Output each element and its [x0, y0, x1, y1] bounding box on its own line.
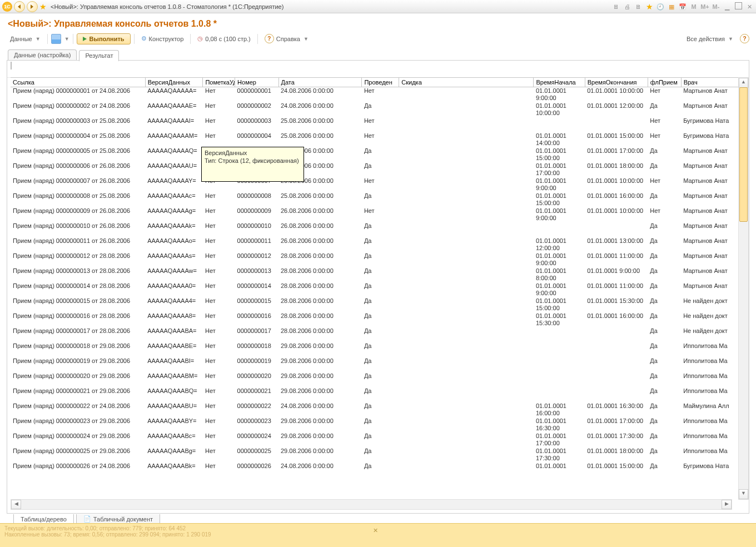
cell[interactable]: 01.01.000117:00:00	[534, 432, 585, 447]
calendar-icon[interactable]: 📅	[678, 2, 687, 11]
cell[interactable]	[585, 222, 648, 237]
cell[interactable]	[534, 372, 585, 387]
cell[interactable]: Да	[362, 417, 399, 432]
table-row[interactable]: Прием (наряд) 0000000025 от 29.08.2006AA…	[11, 447, 745, 463]
cell[interactable]: 24.08.2006 0:00:00	[278, 87, 362, 103]
cell[interactable]	[585, 357, 648, 372]
table-row[interactable]: Прием (наряд) 0000000004 от 25.08.2006AA…	[11, 132, 745, 147]
table-row[interactable]: Прием (наряд) 0000000017 от 28.08.2006AA…	[11, 327, 745, 342]
cell[interactable]: Мартынов Анат	[681, 147, 745, 162]
cell[interactable]: Прием (наряд) 0000000022 от 24.08.2006	[11, 402, 145, 417]
cell[interactable]: 0000000026	[235, 463, 278, 478]
cell[interactable]	[399, 417, 534, 432]
cell[interactable]	[399, 282, 534, 297]
cell[interactable]: Да	[648, 102, 681, 117]
cell[interactable]	[534, 117, 585, 132]
cell[interactable]: Мартынов Анат	[681, 267, 745, 282]
cell[interactable]: Да	[648, 297, 681, 312]
tab-result[interactable]: Результат	[79, 50, 119, 61]
cell[interactable]: 01.01.0001 11:00:00	[585, 252, 648, 267]
cell[interactable]	[585, 387, 648, 402]
cell[interactable]: AAAAAQAAABA=	[145, 327, 203, 342]
cell[interactable]: Ипполитова Ма	[681, 417, 745, 432]
cell[interactable]	[399, 207, 534, 222]
cell[interactable]: 26.08.2006 0:00:00	[278, 207, 362, 222]
cell[interactable]: 01.01.00019:00:00	[534, 282, 585, 297]
cell[interactable]: Ипполитова Ма	[681, 432, 745, 447]
cell[interactable]: Нет	[203, 432, 235, 447]
cell[interactable]: 0000000021	[235, 387, 278, 402]
cell[interactable]	[399, 237, 534, 252]
cell[interactable]: 26.08.2006 0:00:00	[278, 237, 362, 252]
cell[interactable]: AAAAAQAAABY=	[145, 417, 203, 432]
cell[interactable]: Нет	[362, 132, 399, 147]
table-row[interactable]: Прием (наряд) 0000000007 от 26.08.2006AA…	[11, 177, 745, 192]
cell[interactable]: 0000000024	[235, 432, 278, 447]
cell[interactable]	[534, 327, 585, 342]
copy-icon[interactable]: 🗎	[634, 2, 643, 11]
cell[interactable]: 01.01.000115:00:00	[534, 297, 585, 312]
star-icon[interactable]: ★	[645, 2, 654, 11]
cell[interactable]: AAAAAQAAAAU=	[145, 162, 203, 177]
cell[interactable]: 01.01.000116:00:00	[534, 402, 585, 417]
cell[interactable]: Прием (наряд) 0000000005 от 25.08.2006	[11, 147, 145, 162]
table-row[interactable]: Прием (наряд) 0000000002 от 24.08.2006AA…	[11, 102, 745, 117]
scroll-right-icon[interactable]: ▶	[722, 500, 732, 509]
cell[interactable]: Да	[362, 237, 399, 252]
cell[interactable]: 01.01.00019:00:00	[534, 177, 585, 192]
cell[interactable]: Нет	[203, 417, 235, 432]
col-0[interactable]: Ссылка	[11, 78, 145, 87]
cell[interactable]: Ипполитова Ма	[681, 447, 745, 463]
cell[interactable]: Ипполитова Ма	[681, 372, 745, 387]
cell[interactable]	[399, 192, 534, 207]
cell[interactable]: 25.08.2006 0:00:00	[278, 117, 362, 132]
cell[interactable]	[399, 447, 534, 463]
cell[interactable]: 01.01.000117:30:00	[534, 447, 585, 463]
cell[interactable]	[585, 372, 648, 387]
cell[interactable]: 0000000023	[235, 417, 278, 432]
cell[interactable]: Да	[362, 192, 399, 207]
cell[interactable]: Прием (наряд) 0000000018 от 29.08.2006	[11, 342, 145, 357]
cell[interactable]: Да	[648, 267, 681, 282]
cell[interactable]: 01.01.000117:00:00	[534, 162, 585, 177]
table-row[interactable]: Прием (наряд) 0000000026 от 24.08.2006AA…	[11, 463, 745, 478]
constructor-button[interactable]: ⚙ Конструктор	[138, 33, 187, 44]
cell[interactable]: Прием (наряд) 0000000025 от 29.08.2006	[11, 447, 145, 463]
table-row[interactable]: Прием (наряд) 0000000021 от 29.08.2006AA…	[11, 387, 745, 402]
cell[interactable]: Мартынов Анат	[681, 102, 745, 117]
cell[interactable]: Не найден докт	[681, 312, 745, 327]
cell[interactable]: Прием (наряд) 0000000019 от 29.08.2006	[11, 357, 145, 372]
table-row[interactable]: Прием (наряд) 0000000022 от 24.08.2006AA…	[11, 402, 745, 417]
cell[interactable]: Нет	[362, 87, 399, 103]
cell[interactable]: Да	[648, 342, 681, 357]
nav-back-button[interactable]	[14, 1, 25, 12]
cell[interactable]: 29.08.2006 0:00:00	[278, 342, 362, 357]
cell[interactable]: Мартынов Анат	[681, 87, 745, 103]
cell[interactable]: Прием (наряд) 0000000020 от 29.08.2006	[11, 372, 145, 387]
print-icon[interactable]: 🖨	[623, 2, 631, 11]
cell[interactable]	[534, 357, 585, 372]
cell[interactable]: Бугримова Ната	[681, 132, 745, 147]
cell[interactable]: 01.01.00018:00:00	[534, 267, 585, 282]
cell[interactable]: 0000000014	[235, 282, 278, 297]
cell[interactable]: Да	[362, 267, 399, 282]
cell[interactable]: Мартынов Анат	[681, 177, 745, 192]
cell[interactable]: 0000000015	[235, 297, 278, 312]
cell[interactable]: Да	[648, 402, 681, 417]
cell[interactable]: 01.01.0001	[534, 463, 585, 478]
cell[interactable]: Нет	[362, 207, 399, 222]
cell[interactable]: Да	[648, 147, 681, 162]
cell[interactable]	[585, 327, 648, 342]
cell[interactable]	[399, 357, 534, 372]
cell[interactable]: Да	[362, 447, 399, 463]
cell[interactable]: AAAAAQAAAAc=	[145, 192, 203, 207]
cell[interactable]: Да	[362, 463, 399, 478]
cell[interactable]: Нет	[203, 327, 235, 342]
cell[interactable]: 01.01.0001 16:00:00	[585, 192, 648, 207]
cell[interactable]: Да	[362, 147, 399, 162]
cell[interactable]	[399, 342, 534, 357]
result-table[interactable]: СсылкаВерсияДанныхПометкаУдаленияНомерДа…	[11, 77, 745, 478]
cell[interactable]: 0000000011	[235, 237, 278, 252]
cell[interactable]: Да	[648, 327, 681, 342]
cell[interactable]: 01.01.000110:00:00	[534, 102, 585, 117]
